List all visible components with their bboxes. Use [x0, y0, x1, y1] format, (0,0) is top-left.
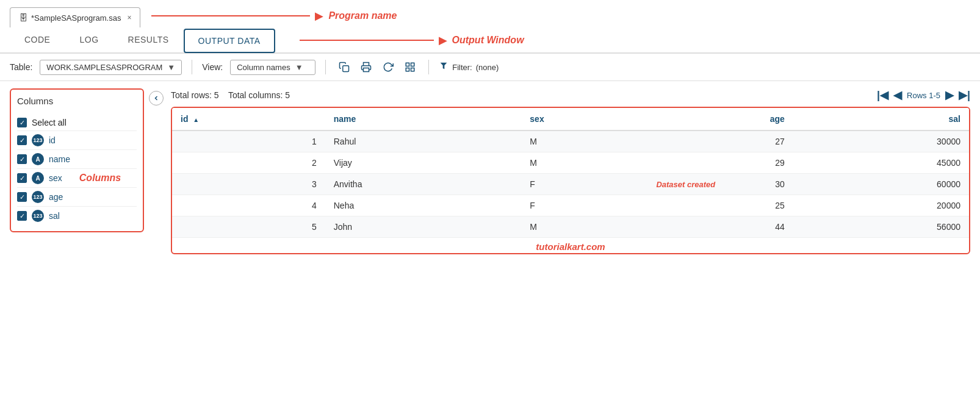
tab-output-data[interactable]: OUTPUT DATA — [184, 29, 275, 53]
icon-btn-3[interactable] — [380, 59, 397, 76]
age-type-icon: 123 — [32, 191, 44, 203]
sal-checkbox[interactable]: ✓ — [17, 211, 27, 221]
filter-area: Filter: (none) — [439, 61, 499, 73]
column-select-all[interactable]: ✓ Select all — [17, 115, 137, 131]
cell-age-1: 27 — [656, 130, 793, 152]
name-checkbox[interactable]: ✓ — [17, 154, 27, 164]
program-name-annotation: Program name — [328, 10, 397, 21]
cell-id-3: 3 — [172, 174, 325, 195]
column-name[interactable]: ✓ A name — [17, 150, 137, 169]
sex-checkbox[interactable]: ✓ — [17, 173, 27, 183]
columns-annotation: Columns — [79, 173, 121, 184]
cell-sal-2: 45000 — [793, 152, 969, 174]
col-header-id[interactable]: id ▲ — [172, 108, 325, 130]
next-page-button[interactable]: ▶ — [945, 88, 954, 102]
view-value: Column names — [237, 63, 290, 72]
view-label: View: — [202, 62, 223, 72]
cell-id-1: 1 — [172, 130, 325, 152]
rows-range: Rows 1-5 — [907, 91, 940, 100]
tab-icon: 🗄 — [19, 13, 27, 23]
sex-type-icon: A — [32, 172, 44, 184]
tab-label: *SampleSASprogram.sas — [31, 13, 121, 23]
svg-rect-1 — [364, 68, 369, 72]
cell-sal-3: 60000 — [793, 174, 969, 195]
table-label: Table: — [10, 62, 32, 72]
cell-sex-5: M — [521, 216, 656, 238]
last-page-button[interactable]: ▶| — [959, 88, 970, 102]
cell-age-5: 44 — [656, 216, 793, 238]
column-sal[interactable]: ✓ 123 sal — [17, 207, 137, 225]
tab-results[interactable]: RESULTS — [113, 27, 184, 54]
cell-name-4: Neha — [325, 195, 522, 216]
icon-btn-4[interactable] — [402, 59, 419, 76]
cell-name-2: Vijay — [325, 152, 522, 174]
sort-icon-id: ▲ — [193, 116, 199, 123]
main-content: Columns ✓ Select all ✓ 123 id ✓ A name ✓ — [0, 81, 980, 262]
collapse-columns-button[interactable] — [149, 91, 164, 105]
svg-rect-5 — [406, 68, 409, 71]
table-select[interactable]: WORK.SAMPLESASPROGRAM ▼ — [40, 60, 182, 75]
filter-value: (none) — [476, 63, 499, 72]
cell-sex-3: F — [521, 174, 656, 195]
table-row: 5 John M 44 56000 — [172, 216, 969, 238]
age-checkbox[interactable]: ✓ — [17, 192, 27, 202]
select-all-checkbox[interactable]: ✓ — [17, 118, 27, 127]
table-row: 1 Rahul M 27 30000 — [172, 130, 969, 152]
col-header-age[interactable]: age — [656, 108, 793, 130]
name-col-name: name — [49, 154, 70, 164]
separator-1 — [192, 60, 192, 74]
separator-2 — [325, 60, 326, 74]
program-tab[interactable]: 🗄 *SampleSASprogram.sas × — [10, 7, 140, 27]
watermark: tutorialkart.com — [172, 238, 969, 253]
tab-log[interactable]: LOG — [65, 27, 113, 54]
table-header-row: id ▲ name sex age sal — [172, 108, 969, 130]
table-row: 3 Anvitha F Dataset created 30 60000 — [172, 174, 969, 195]
tab-code[interactable]: CODE — [10, 27, 65, 54]
sal-col-name: sal — [49, 211, 60, 221]
icon-btn-1[interactable] — [336, 59, 353, 76]
table-dropdown-arrow: ▼ — [167, 63, 175, 72]
cell-age-2: 29 — [656, 152, 793, 174]
name-type-icon: A — [32, 153, 44, 165]
total-cols: Total columns: 5 — [228, 90, 290, 100]
tab-close-button[interactable]: × — [127, 13, 131, 22]
data-table: id ▲ name sex age sal 1 Rahul M 27 3000 — [172, 108, 969, 238]
cell-id-4: 4 — [172, 195, 325, 216]
columns-panel-title: Columns — [17, 96, 137, 109]
total-rows: Total rows: 5 — [171, 90, 219, 100]
separator-3 — [428, 60, 429, 74]
cell-id-2: 2 — [172, 152, 325, 174]
cell-sex-4: F — [521, 195, 656, 216]
col-header-sal[interactable]: sal — [793, 108, 969, 130]
cell-sal-5: 56000 — [793, 216, 969, 238]
select-all-label: Select all — [32, 118, 67, 127]
table-value: WORK.SAMPLESASPROGRAM — [46, 63, 162, 72]
dataset-created-annotation: Dataset created — [656, 180, 715, 189]
icon-btn-2[interactable] — [358, 59, 375, 76]
cell-sex-1: M — [521, 130, 656, 152]
row-col-info: Total rows: 5 Total columns: 5 — [171, 90, 290, 100]
cell-age-4: 25 — [656, 195, 793, 216]
toolbar: Table: WORK.SAMPLESASPROGRAM ▼ View: Col… — [0, 54, 980, 81]
column-id[interactable]: ✓ 123 id — [17, 131, 137, 150]
prev-page-button[interactable]: ◀ — [893, 88, 902, 102]
cell-id-5: 5 — [172, 216, 325, 238]
col-header-name[interactable]: name — [325, 108, 522, 130]
data-panel-header: Total rows: 5 Total columns: 5 |◀ ◀ Rows… — [171, 88, 970, 102]
svg-rect-3 — [411, 63, 414, 66]
id-checkbox[interactable]: ✓ — [17, 135, 27, 145]
column-sex[interactable]: ✓ A sex Columns — [17, 169, 137, 188]
filter-icon — [439, 61, 449, 73]
col-header-sex[interactable]: sex — [521, 108, 656, 130]
first-page-button[interactable]: |◀ — [877, 88, 888, 102]
sal-type-icon: 123 — [32, 210, 44, 222]
cell-name-5: John — [325, 216, 522, 238]
cell-name-3: Anvitha — [325, 174, 522, 195]
svg-rect-2 — [406, 63, 409, 66]
view-select[interactable]: Column names ▼ — [230, 60, 315, 75]
cell-sal-1: 30000 — [793, 130, 969, 152]
column-age[interactable]: ✓ 123 age — [17, 188, 137, 207]
cell-sex-2: M — [521, 152, 656, 174]
output-window-annotation: Output Window — [452, 35, 524, 46]
age-col-name: age — [49, 192, 63, 202]
